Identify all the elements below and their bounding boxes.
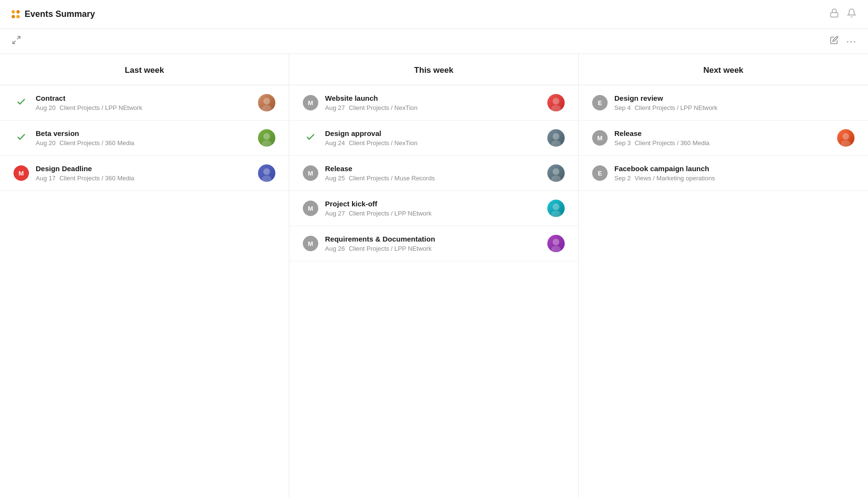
event-meta: Aug 17Client Projects / 360 Media (36, 175, 251, 182)
svg-line-1 (17, 37, 20, 40)
event-info: Design approvalAug 24Client Projects / N… (325, 129, 541, 147)
avatar (547, 235, 565, 252)
event-info: ReleaseSep 3Client Projects / 360 Media (614, 129, 830, 147)
event-path: Client Projects / 360 Media (59, 175, 134, 182)
event-date: Aug 20 (36, 139, 55, 147)
toolbar-right: ··· (830, 35, 856, 48)
event-info: Project kick-offAug 27Client Projects / … (325, 200, 541, 217)
event-title: Contract (36, 94, 251, 102)
event-info: Facebook campaign launchSep 2Views / Mar… (614, 164, 854, 182)
header-left: Events Summary (12, 9, 95, 19)
event-type-icon: M (303, 95, 318, 110)
check-icon (14, 96, 29, 109)
lock-icon[interactable] (829, 8, 839, 20)
event-meta: Sep 2Views / Marketing operations (614, 175, 854, 182)
event-title: Facebook campaign launch (614, 164, 854, 173)
event-title: Requirements & Documentation (325, 235, 541, 243)
toolbar: ··· (0, 29, 868, 54)
event-path: Client Projects / 360 Media (635, 139, 709, 147)
avatar (547, 164, 565, 182)
toolbar-left (12, 35, 21, 47)
event-path: Client Projects / LPP NEtwork (349, 245, 432, 252)
event-path: Client Projects / 360 Media (59, 139, 134, 147)
event-item[interactable]: MProject kick-offAug 27Client Projects /… (289, 191, 578, 226)
event-type-icon: M (303, 165, 318, 181)
event-meta: Aug 26Client Projects / LPP NEtwork (325, 245, 541, 252)
avatar (547, 200, 565, 217)
event-meta: Aug 20Client Projects / LPP NEtwork (36, 104, 251, 111)
event-date: Sep 4 (614, 104, 631, 111)
week-heading-next-week: Next week (579, 54, 868, 85)
event-item[interactable]: MReleaseAug 25Client Projects / Muse Rec… (289, 156, 578, 191)
event-title: Release (325, 164, 541, 173)
event-path: Client Projects / LPP NEtwork (635, 104, 718, 111)
event-item[interactable]: ContractAug 20Client Projects / LPP NEtw… (0, 85, 289, 121)
event-date: Aug 27 (325, 210, 345, 217)
avatar (258, 164, 275, 182)
event-title: Project kick-off (325, 200, 541, 208)
event-item[interactable]: EDesign reviewSep 4Client Projects / LPP… (579, 85, 868, 121)
event-item[interactable]: EFacebook campaign launchSep 2Views / Ma… (579, 156, 868, 191)
column-this-week: This weekMWebsite launchAug 27Client Pro… (289, 54, 579, 498)
week-heading-last-week: Last week (0, 54, 289, 85)
event-item[interactable]: MWebsite launchAug 27Client Projects / N… (289, 85, 578, 121)
svg-rect-0 (831, 13, 838, 17)
event-meta: Sep 3Client Projects / 360 Media (614, 139, 830, 147)
event-item[interactable]: MReleaseSep 3Client Projects / 360 Media (579, 121, 868, 156)
svg-line-2 (13, 41, 16, 44)
event-info: Website launchAug 27Client Projects / Ne… (325, 94, 541, 111)
event-item[interactable]: Design approvalAug 24Client Projects / N… (289, 121, 578, 156)
event-meta: Aug 27Client Projects / NexTion (325, 104, 541, 111)
event-meta: Aug 27Client Projects / LPP NEtwork (325, 210, 541, 217)
event-meta: Aug 25Client Projects / Muse Records (325, 175, 541, 182)
app-title: Events Summary (25, 9, 95, 19)
event-type-icon: M (14, 165, 29, 181)
edit-icon[interactable] (830, 36, 839, 47)
avatar (547, 94, 565, 111)
event-info: Requirements & DocumentationAug 26Client… (325, 235, 541, 252)
event-item[interactable]: Beta versionAug 20Client Projects / 360 … (0, 121, 289, 156)
event-date: Aug 17 (36, 175, 55, 182)
event-date: Aug 27 (325, 104, 345, 111)
main-content: Last weekContractAug 20Client Projects /… (0, 54, 868, 498)
app-header: Events Summary (0, 0, 868, 29)
column-last-week: Last weekContractAug 20Client Projects /… (0, 54, 289, 498)
event-date: Sep 2 (614, 175, 631, 182)
svg-point-19 (553, 168, 559, 175)
svg-point-13 (553, 98, 559, 105)
event-info: Design DeadlineAug 17Client Projects / 3… (36, 164, 251, 182)
event-type-icon: M (303, 236, 318, 251)
event-title: Website launch (325, 94, 541, 102)
event-info: ReleaseAug 25Client Projects / Muse Reco… (325, 164, 541, 182)
events-list-next-week: EDesign reviewSep 4Client Projects / LPP… (579, 85, 868, 191)
event-meta: Sep 4Client Projects / LPP NEtwork (614, 104, 854, 111)
event-date: Aug 24 (325, 139, 345, 147)
event-path: Client Projects / NexTion (349, 139, 418, 147)
avatar (258, 94, 275, 111)
event-title: Design review (614, 94, 854, 102)
svg-point-28 (842, 133, 849, 140)
event-title: Design approval (325, 129, 541, 137)
event-type-icon: E (592, 165, 608, 181)
event-date: Sep 3 (614, 139, 631, 147)
svg-point-16 (553, 133, 559, 140)
event-item[interactable]: MDesign DeadlineAug 17Client Projects / … (0, 156, 289, 191)
check-icon (303, 132, 318, 145)
svg-point-25 (553, 239, 559, 245)
events-list-this-week: MWebsite launchAug 27Client Projects / N… (289, 85, 578, 261)
event-path: Client Projects / LPP NEtwork (59, 104, 142, 111)
event-type-icon: M (592, 130, 608, 146)
event-item[interactable]: MRequirements & DocumentationAug 26Clien… (289, 226, 578, 261)
event-type-icon: E (592, 95, 608, 110)
event-meta: Aug 24Client Projects / NexTion (325, 139, 541, 147)
more-icon[interactable]: ··· (846, 35, 856, 48)
avatar (547, 129, 565, 147)
svg-point-4 (263, 98, 270, 105)
expand-icon[interactable] (12, 35, 21, 47)
app-logo (12, 10, 20, 18)
week-heading-this-week: This week (289, 54, 578, 85)
svg-point-7 (263, 133, 270, 140)
bell-icon[interactable] (847, 8, 856, 20)
svg-point-22 (553, 203, 559, 210)
header-icons (829, 8, 856, 20)
